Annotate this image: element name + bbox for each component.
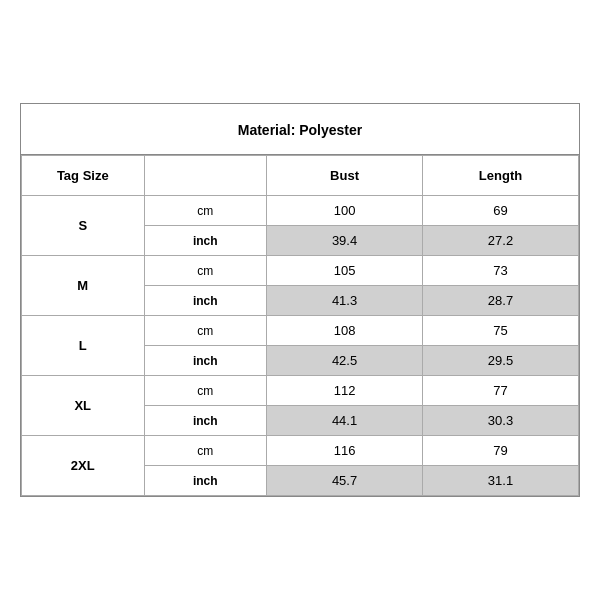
unit-inch: inch bbox=[144, 346, 267, 376]
bust-cm: 108 bbox=[267, 316, 423, 346]
bust-inch: 44.1 bbox=[267, 406, 423, 436]
size-label: M bbox=[22, 256, 145, 316]
table-row: XLcm11277 bbox=[22, 376, 579, 406]
unit-cm: cm bbox=[144, 376, 267, 406]
bust-cm: 116 bbox=[267, 436, 423, 466]
length-cm: 77 bbox=[423, 376, 579, 406]
unit-inch: inch bbox=[144, 466, 267, 496]
header-unit bbox=[144, 156, 267, 196]
table-row: Scm10069 bbox=[22, 196, 579, 226]
bust-inch: 42.5 bbox=[267, 346, 423, 376]
bust-inch: 39.4 bbox=[267, 226, 423, 256]
length-cm: 79 bbox=[423, 436, 579, 466]
header-bust: Bust bbox=[267, 156, 423, 196]
table-row: 2XLcm11679 bbox=[22, 436, 579, 466]
header-tag-size: Tag Size bbox=[22, 156, 145, 196]
size-label: 2XL bbox=[22, 436, 145, 496]
length-inch: 27.2 bbox=[423, 226, 579, 256]
size-table: Tag Size Bust Length Scm10069inch39.427.… bbox=[21, 155, 579, 496]
bust-cm: 100 bbox=[267, 196, 423, 226]
table-row: Mcm10573 bbox=[22, 256, 579, 286]
length-inch: 29.5 bbox=[423, 346, 579, 376]
size-label: L bbox=[22, 316, 145, 376]
bust-cm: 105 bbox=[267, 256, 423, 286]
unit-cm: cm bbox=[144, 196, 267, 226]
header-length: Length bbox=[423, 156, 579, 196]
length-inch: 28.7 bbox=[423, 286, 579, 316]
bust-inch: 41.3 bbox=[267, 286, 423, 316]
unit-cm: cm bbox=[144, 436, 267, 466]
size-label: XL bbox=[22, 376, 145, 436]
unit-cm: cm bbox=[144, 256, 267, 286]
table-row: Lcm10875 bbox=[22, 316, 579, 346]
size-label: S bbox=[22, 196, 145, 256]
length-cm: 73 bbox=[423, 256, 579, 286]
chart-title: Material: Polyester bbox=[21, 104, 579, 155]
unit-inch: inch bbox=[144, 226, 267, 256]
length-inch: 31.1 bbox=[423, 466, 579, 496]
unit-cm: cm bbox=[144, 316, 267, 346]
length-cm: 75 bbox=[423, 316, 579, 346]
unit-inch: inch bbox=[144, 286, 267, 316]
length-cm: 69 bbox=[423, 196, 579, 226]
bust-inch: 45.7 bbox=[267, 466, 423, 496]
bust-cm: 112 bbox=[267, 376, 423, 406]
unit-inch: inch bbox=[144, 406, 267, 436]
size-chart-container: Material: Polyester Tag Size Bust Length… bbox=[20, 103, 580, 497]
length-inch: 30.3 bbox=[423, 406, 579, 436]
